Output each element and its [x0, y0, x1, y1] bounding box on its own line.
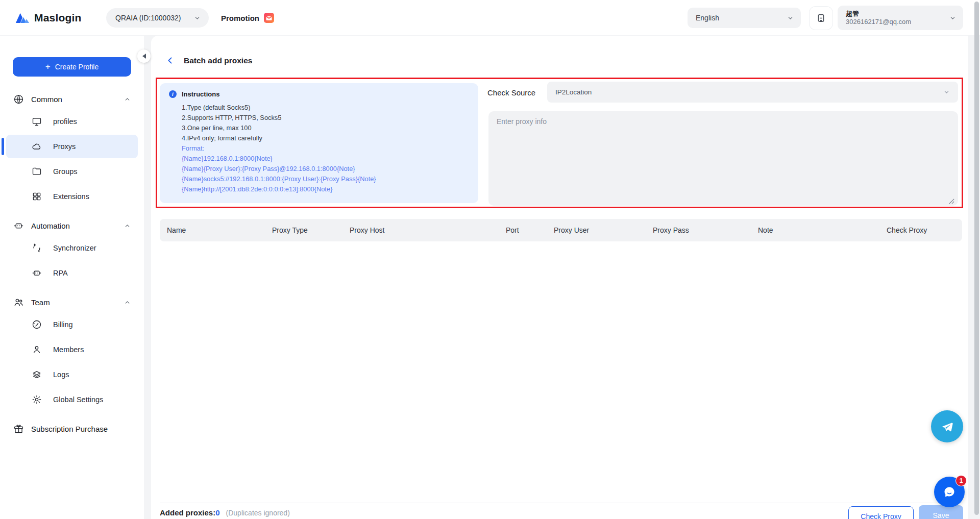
- added-proxies-label: Added proxies:: [160, 508, 215, 517]
- save-button[interactable]: Save: [919, 505, 963, 519]
- instruction-line: 2.Supports HTTP, HTTPS, Socks5: [182, 113, 469, 123]
- chevron-up-icon: [124, 96, 131, 103]
- format-line: {Name}{Proxy User}:{Proxy Pass}@192.168.…: [182, 164, 469, 174]
- sidebar-section-team[interactable]: Team: [0, 293, 144, 311]
- user-email: 3026162171@qq.com: [846, 18, 911, 26]
- instruction-line: 3.One per line, max 100: [182, 123, 469, 133]
- vertical-scrollbar[interactable]: [974, 2, 979, 515]
- proxy-info-input[interactable]: [488, 111, 958, 206]
- instructions-body: 1.Type (default Socks5) 2.Supports HTTP,…: [182, 103, 469, 194]
- sidebar-item-proxys[interactable]: Proxys: [6, 135, 138, 158]
- proxy-table-header: Name Proxy Type Proxy Host Port Proxy Us…: [160, 219, 962, 241]
- chat-notification-badge: 1: [955, 475, 967, 486]
- sidebar-item-billing[interactable]: Billing: [6, 313, 138, 336]
- folder-icon: [32, 166, 42, 177]
- instructions-title: Instructions: [182, 90, 219, 98]
- sidebar-section-common[interactable]: Common: [0, 90, 144, 108]
- nav-item-label: profiles: [53, 117, 77, 126]
- sidebar-item-global-settings[interactable]: Global Settings: [6, 388, 138, 411]
- create-profile-button[interactable]: + Create Profile: [13, 57, 131, 77]
- format-label: Format:: [182, 143, 469, 154]
- sidebar-nav: Common profiles Proxys: [0, 90, 144, 438]
- active-indicator: [2, 138, 4, 155]
- nav-section-common: Common profiles Proxys: [0, 90, 144, 208]
- added-proxies-count: 0: [215, 508, 219, 517]
- robot-icon: [13, 220, 24, 231]
- gift-icon: [13, 424, 24, 434]
- chevron-up-icon: [124, 299, 131, 306]
- nav-item-label: Subscription Purchase: [31, 425, 108, 433]
- create-profile-label: Create Profile: [55, 63, 99, 71]
- instruction-line: 1.Type (default Socks5): [182, 103, 469, 113]
- sidebar-item-profiles[interactable]: profiles: [6, 110, 138, 133]
- promotion-icon: [264, 13, 274, 23]
- resize-handle-icon[interactable]: [948, 197, 955, 207]
- nav-section-team: Team Billing Members: [0, 293, 144, 411]
- grid-icon: [32, 191, 42, 202]
- format-line: {Name}192.168.0.1:8000{Note}: [182, 154, 469, 164]
- sidebar-item-groups[interactable]: Groups: [6, 160, 138, 183]
- info-icon: i: [169, 90, 177, 98]
- column-header-name: Name: [167, 226, 272, 234]
- check-proxy-button[interactable]: Check Proxy: [848, 506, 914, 519]
- sidebar-section-automation[interactable]: Automation: [0, 216, 144, 235]
- promotion-label: Promotion: [221, 14, 259, 22]
- nav-item-label: Synchronizer: [53, 244, 96, 252]
- sidebar-item-extensions[interactable]: Extensions: [6, 185, 138, 208]
- nav-item-label: Extensions: [53, 192, 89, 201]
- document-button[interactable]: [810, 7, 832, 30]
- promotion-link[interactable]: Promotion: [221, 0, 274, 36]
- instruction-line: 4.IPv4 only; format carefully: [182, 133, 469, 143]
- document-icon: [816, 13, 826, 23]
- language-label: English: [696, 14, 719, 22]
- check-source-value: IP2Location: [555, 88, 592, 96]
- page-title: Batch add proxies: [184, 56, 252, 65]
- back-button[interactable]: [165, 56, 175, 65]
- sidebar-item-logs[interactable]: Logs: [6, 363, 138, 386]
- nav-item-label: Global Settings: [53, 396, 103, 404]
- triangle-left-icon: [142, 54, 146, 59]
- cloud-icon: [32, 141, 42, 152]
- chevron-down-icon: [194, 15, 201, 21]
- nav-item-label: Members: [53, 345, 84, 354]
- robot-icon: [32, 268, 42, 278]
- user-account-menu[interactable]: 超管 3026162171@qq.com: [838, 6, 963, 30]
- person-icon: [32, 344, 42, 355]
- telegram-button[interactable]: [931, 410, 963, 442]
- section-label: Automation: [31, 221, 70, 230]
- format-line: {Name}socks5://192.168.0.1:8000:{Proxy U…: [182, 174, 469, 184]
- team-icon: [13, 297, 24, 308]
- user-name: 超管: [846, 10, 911, 18]
- check-source-select[interactable]: IP2Location: [547, 82, 958, 103]
- gauge-icon: [32, 319, 42, 330]
- added-proxies-status: Added proxies:0 (Duplicates ignored): [160, 508, 290, 517]
- plus-icon: +: [45, 62, 51, 72]
- sidebar: + Create Profile Common: [0, 36, 144, 519]
- globe-icon: [13, 94, 24, 105]
- section-label: Team: [31, 298, 50, 307]
- brand-logo-icon: [15, 12, 30, 24]
- column-header-proxy-user: Proxy User: [554, 226, 653, 234]
- column-header-proxy-type: Proxy Type: [272, 226, 350, 234]
- sidebar-item-subscription-purchase[interactable]: Subscription Purchase: [0, 419, 144, 438]
- language-selector[interactable]: English: [688, 8, 801, 28]
- sidebar-item-synchronizer[interactable]: Synchronizer: [6, 236, 138, 260]
- section-label: Common: [31, 95, 62, 104]
- chevron-up-icon: [124, 223, 131, 229]
- workspace-selector[interactable]: QRAIA (ID:1000032): [106, 8, 209, 28]
- chevron-down-icon: [949, 15, 956, 21]
- column-header-proxy-host: Proxy Host: [350, 226, 506, 234]
- format-line: {Name}http://[2001:db8:2de:0:0:0:0:e13]:…: [182, 184, 469, 194]
- duplicates-note: (Duplicates ignored): [226, 509, 290, 517]
- column-header-proxy-pass: Proxy Pass: [653, 226, 758, 234]
- workspace-selector-label: QRAIA (ID:1000032): [115, 14, 181, 22]
- sidebar-item-rpa[interactable]: RPA: [6, 261, 138, 285]
- brand-name: Maslogin: [34, 12, 82, 24]
- check-source-label: Check Source: [487, 85, 535, 100]
- sidebar-item-members[interactable]: Members: [6, 338, 138, 361]
- brand-logo: Maslogin: [15, 0, 82, 36]
- sidebar-collapse-button[interactable]: [137, 50, 151, 63]
- monitor-icon: [32, 116, 42, 127]
- instructions-header: i Instructions: [169, 90, 469, 98]
- chat-icon: [941, 484, 958, 500]
